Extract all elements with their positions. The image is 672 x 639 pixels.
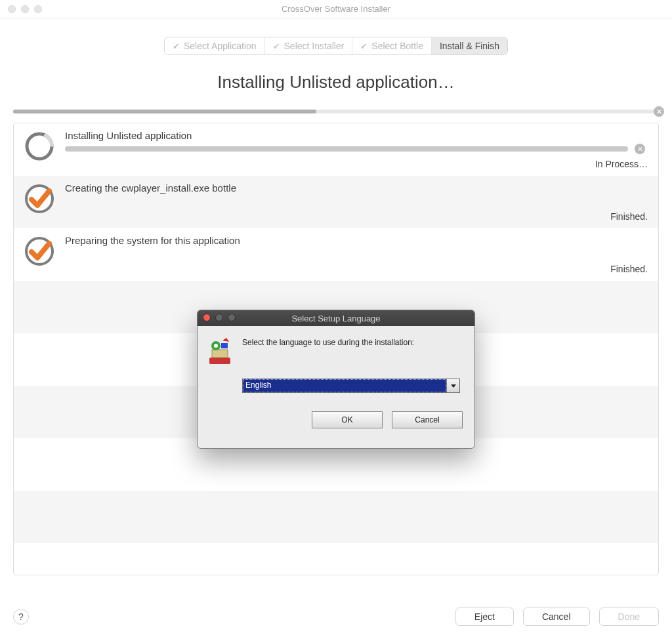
progress-fill bbox=[13, 110, 316, 113]
svg-rect-4 bbox=[209, 358, 230, 364]
dialog-cancel-button[interactable]: Cancel bbox=[392, 411, 463, 428]
empty-row bbox=[14, 491, 658, 543]
step-select-bottle[interactable]: ✔Select Bottle bbox=[352, 37, 432, 54]
step-label: Select Installer bbox=[284, 41, 345, 51]
dialog-close-icon[interactable] bbox=[203, 314, 211, 321]
language-dialog: Select Setup Language Select the languag… bbox=[197, 310, 475, 449]
check-complete-icon bbox=[23, 182, 56, 215]
task-status: In Process… bbox=[595, 159, 648, 169]
language-dropdown[interactable]: English bbox=[242, 379, 460, 393]
help-button[interactable]: ? bbox=[13, 609, 29, 625]
cancel-progress-icon[interactable]: ✕ bbox=[654, 106, 664, 117]
check-complete-icon bbox=[23, 235, 56, 268]
eject-button[interactable]: Eject bbox=[455, 608, 514, 626]
zoom-window-icon[interactable] bbox=[34, 5, 42, 13]
overall-progress: ✕ bbox=[13, 110, 659, 113]
task-row: Creating the cwplayer_install.exe bottle… bbox=[14, 176, 658, 228]
spinner-icon bbox=[23, 130, 56, 163]
step-select-application[interactable]: ✔Select Application bbox=[165, 37, 265, 54]
dialog-prompt: Select the language to use during the in… bbox=[242, 338, 414, 367]
window-title: CrossOver Software Installer bbox=[0, 4, 672, 14]
task-status: Finished. bbox=[610, 264, 648, 274]
dialog-ok-button[interactable]: OK bbox=[312, 411, 383, 428]
step-label: Select Application bbox=[184, 41, 257, 51]
bottom-toolbar: ? Eject Cancel Done bbox=[0, 604, 672, 630]
dialog-title: Select Setup Language bbox=[291, 314, 380, 323]
close-window-icon[interactable] bbox=[8, 5, 16, 13]
step-label: Install & Finish bbox=[440, 41, 499, 51]
step-nav: ✔Select Application ✔Select Installer ✔S… bbox=[0, 37, 672, 55]
cancel-button[interactable]: Cancel bbox=[523, 608, 590, 626]
task-title: Creating the cwplayer_install.exe bottle bbox=[65, 182, 648, 194]
svg-rect-8 bbox=[221, 343, 228, 348]
done-button: Done bbox=[599, 608, 659, 626]
page-heading: Installing Unlisted application… bbox=[0, 72, 672, 93]
task-title: Preparing the system for this applicatio… bbox=[65, 235, 648, 246]
check-icon: ✔ bbox=[360, 41, 368, 51]
check-icon: ✔ bbox=[273, 41, 280, 51]
dialog-minimize-icon bbox=[215, 314, 223, 321]
svg-rect-5 bbox=[212, 350, 228, 358]
dialog-zoom-icon bbox=[228, 314, 236, 321]
svg-point-7 bbox=[214, 344, 218, 348]
task-row: Installing Unlisted application ✕ In Pro… bbox=[14, 123, 658, 176]
task-status: Finished. bbox=[610, 211, 648, 222]
check-icon: ✔ bbox=[173, 41, 180, 51]
step-select-installer[interactable]: ✔Select Installer bbox=[265, 37, 353, 54]
cancel-task-icon[interactable]: ✕ bbox=[635, 144, 645, 154]
dialog-titlebar: Select Setup Language bbox=[198, 310, 474, 326]
step-label: Select Bottle bbox=[371, 41, 423, 51]
traffic-lights bbox=[8, 5, 42, 13]
minimize-window-icon[interactable] bbox=[21, 5, 29, 13]
task-title: Installing Unlisted application bbox=[65, 130, 648, 141]
task-progress: ✕ bbox=[65, 146, 628, 152]
task-row: Preparing the system for this applicatio… bbox=[14, 228, 658, 281]
language-selected: English bbox=[243, 379, 446, 392]
titlebar: CrossOver Software Installer bbox=[0, 0, 672, 18]
dropdown-arrow-icon[interactable] bbox=[446, 379, 459, 392]
setup-icon bbox=[207, 338, 233, 367]
step-install-finish[interactable]: Install & Finish bbox=[432, 37, 507, 54]
